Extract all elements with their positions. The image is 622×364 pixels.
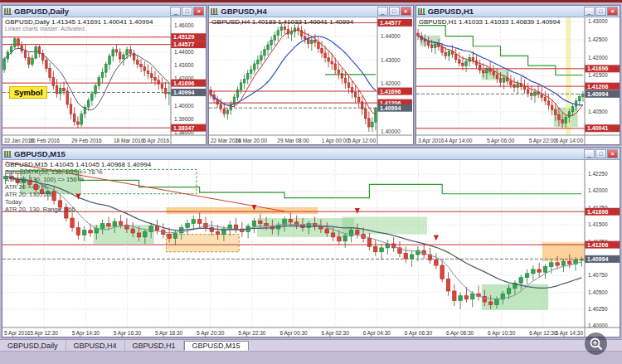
svg-text:6 Apr 12:30: 6 Apr 12:30 [529,330,557,337]
restore-button[interactable]: □ [182,7,192,16]
chart-icon [211,8,218,15]
minimize-button[interactable]: _ [584,7,595,16]
svg-text:6 Apr 2016: 6 Apr 2016 [143,138,170,144]
svg-text:1.40041: 1.40041 [587,125,608,131]
status-strip [0,352,622,364]
svg-text:1.40500: 1.40500 [588,109,608,114]
svg-text:1.41500: 1.41500 [588,72,608,78]
svg-text:1.41696: 1.41696 [587,209,608,215]
chart-window-m15: GBPUSD,M15 _ □ × 1.400001.402501.405001.… [2,148,620,337]
restore-button[interactable]: □ [389,7,400,16]
chart-window-daily: GBPUSD,Daily _ □ × 1.380001.390001.40000… [2,5,207,145]
svg-text:18 Mar 2016: 18 Mar 2016 [114,138,144,143]
svg-text:6 Apr 14:30: 6 Apr 14:30 [556,330,584,337]
svg-text:1.44000: 1.44000 [174,49,194,55]
minimize-button[interactable]: _ [584,149,595,158]
svg-text:1.40500: 1.40500 [588,289,608,295]
svg-text:1.42000: 1.42000 [588,55,608,61]
svg-text:5 Apr 22:30: 5 Apr 22:30 [238,330,266,337]
window-titlebar[interactable]: GBPUSD,H1 _ □ × [416,6,620,17]
svg-text:1.40994: 1.40994 [587,256,608,262]
svg-text:1.42250: 1.42250 [588,171,608,177]
svg-text:1.40250: 1.40250 [588,306,608,312]
chart-window-h1: GBPUSD,H1 _ □ × 1.400001.405001.410001.4… [415,5,620,145]
svg-text:1.41500: 1.41500 [588,221,608,227]
svg-text:5 Apr 12:00: 5 Apr 12:00 [348,138,377,144]
svg-text:6 Apr 00:30: 6 Apr 00:30 [279,330,308,337]
svg-text:6 Apr 08:30: 6 Apr 08:30 [446,330,474,337]
svg-text:1.42000: 1.42000 [381,80,401,86]
svg-text:1.42000: 1.42000 [588,187,608,193]
svg-text:5 Apr 14:30: 5 Apr 14:30 [72,330,100,337]
window-title: GBPUSD,H4 [221,7,374,16]
daily-chart-canvas[interactable]: 1.380001.390001.400001.410001.420001.430… [2,17,206,144]
svg-text:6 Apr 14:00: 6 Apr 14:00 [555,138,583,144]
window-titlebar[interactable]: GBPUSD,H4 _ □ × [209,6,412,17]
svg-text:6 Apr 06:30: 6 Apr 06:30 [405,330,433,337]
close-button[interactable]: × [607,149,618,158]
svg-text:10 Feb 2016: 10 Feb 2016 [29,138,60,143]
svg-text:1.42500: 1.42500 [588,36,608,42]
chart-area-h1: 1.400001.405001.410001.415001.420001.425… [416,17,620,144]
svg-text:1.40000: 1.40000 [381,129,401,134]
close-button[interactable]: × [193,7,204,16]
restore-button[interactable]: □ [595,7,606,16]
svg-text:1.44577: 1.44577 [380,20,401,26]
svg-text:1.39000: 1.39000 [174,116,194,122]
svg-text:1.41696: 1.41696 [380,89,401,95]
svg-text:1.43000: 1.43000 [588,18,608,24]
svg-text:1.40994: 1.40994 [587,91,608,97]
svg-text:5 Apr 06:00: 5 Apr 06:00 [487,138,515,144]
svg-text:1.41696: 1.41696 [173,80,194,86]
h4-chart-canvas[interactable]: 1.400001.410001.420001.430001.440001.445… [209,17,412,144]
svg-text:1.40994: 1.40994 [173,90,194,95]
svg-text:1.40000: 1.40000 [174,103,194,109]
tab-gbpusd-m15[interactable]: GBPUSD,M15 [184,341,249,351]
trading-terminal: GBPUSD,Daily _ □ × 1.380001.390001.40000… [0,0,622,364]
svg-text:1.41206: 1.41206 [587,242,608,248]
chart-icon [418,8,425,15]
close-button[interactable]: × [607,7,618,16]
svg-text:29 Feb 2016: 29 Feb 2016 [71,138,102,143]
symbol-badge[interactable]: Symbol [9,86,47,99]
svg-text:1.44577: 1.44577 [173,41,194,47]
chart-area-m15: 1.400001.402501.405001.407501.410001.412… [2,160,620,337]
tab-gbpusd-h1[interactable]: GBPUSD,H1 [125,340,184,351]
svg-text:1.46000: 1.46000 [174,22,194,28]
svg-text:6 Apr 10:30: 6 Apr 10:30 [488,330,516,337]
svg-text:5 Apr 22:00: 5 Apr 22:00 [528,138,556,144]
svg-text:4 Apr 14:00: 4 Apr 14:00 [445,138,473,144]
svg-text:1.44000: 1.44000 [381,33,401,39]
svg-text:29 Mar 08:00: 29 Mar 08:00 [278,138,310,143]
svg-text:3 Apr 2016: 3 Apr 2016 [418,138,445,144]
minimize-button[interactable]: _ [170,7,181,16]
svg-text:1.41206: 1.41206 [587,84,608,90]
close-button[interactable]: × [401,7,411,16]
tab-gbpusd-h4[interactable]: GBPUSD,H4 [66,340,125,351]
svg-text:1.43000: 1.43000 [174,62,194,68]
window-title: GBPUSD,Daily [14,7,168,16]
svg-text:24 Mar 20:00: 24 Mar 20:00 [236,138,268,143]
chart-area-daily: 1.380001.390001.400001.410001.420001.430… [2,17,206,144]
m15-chart-canvas[interactable]: 1.400001.402501.405001.407501.410001.412… [2,160,620,337]
zoom-magnifier-icon[interactable] [585,332,607,355]
chart-tab-bar: GBPUSD,Daily GBPUSD,H4 GBPUSD,H1 GBPUSD,… [0,339,622,352]
minimize-button[interactable]: _ [377,7,388,16]
svg-text:1.45129: 1.45129 [173,34,194,40]
restore-button[interactable]: □ [595,149,606,158]
svg-text:1.43000: 1.43000 [381,57,401,63]
h1-chart-canvas[interactable]: 1.400001.405001.410001.415001.420001.425… [416,17,620,144]
svg-text:5 Apr 12:30: 5 Apr 12:30 [31,330,59,337]
window-title: GBPUSD,H1 [428,7,581,16]
svg-text:1.40994: 1.40994 [380,105,401,111]
svg-text:5 Apr 20:30: 5 Apr 20:30 [197,330,225,337]
chart-window-h4: GBPUSD,H4 _ □ × 1.400001.410001.420001.4… [208,5,413,145]
window-titlebar[interactable]: GBPUSD,M15 _ □ × [2,148,620,160]
svg-text:5 Apr 18:30: 5 Apr 18:30 [155,330,183,337]
svg-text:1 Apr 00:00: 1 Apr 00:00 [322,138,350,144]
tab-gbpusd-daily[interactable]: GBPUSD,Daily [0,340,66,351]
svg-text:5 Apr 16:30: 5 Apr 16:30 [114,330,142,337]
chart-area-h4: 1.400001.410001.420001.430001.440001.445… [209,17,412,144]
top-chart-row: GBPUSD,Daily _ □ × 1.380001.390001.40000… [2,5,620,145]
window-titlebar[interactable]: GBPUSD,Daily _ □ × [2,6,206,17]
